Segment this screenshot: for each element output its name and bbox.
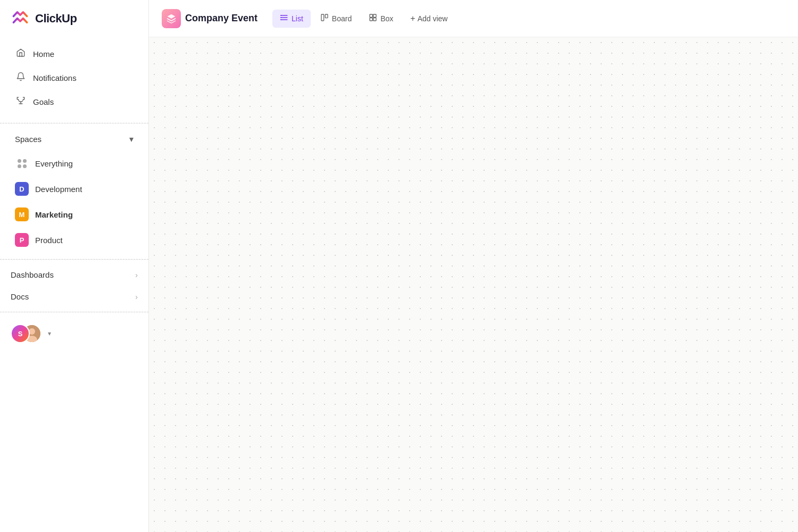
sidebar-item-marketing[interactable]: M Marketing: [4, 203, 144, 226]
box-icon: [369, 13, 377, 24]
tab-board[interactable]: Board: [313, 10, 359, 28]
notifications-label: Notifications: [33, 73, 77, 82]
main-content: Company Event List: [149, 0, 798, 532]
marketing-label: Marketing: [35, 210, 73, 219]
avatar-stack: S: [11, 324, 43, 343]
bottom-divider: [0, 312, 148, 312]
user-avatar-primary: S: [11, 324, 30, 343]
sidebar-item-docs[interactable]: Docs ›: [0, 287, 148, 306]
topbar: Company Event List: [149, 0, 798, 37]
sidebar-item-home[interactable]: Home: [4, 43, 144, 65]
everything-dots-icon: [15, 156, 29, 170]
svg-rect-16: [373, 18, 376, 20]
everything-label: Everything: [35, 159, 73, 168]
logo-area[interactable]: ClickUp: [0, 0, 148, 37]
home-label: Home: [33, 49, 54, 59]
spaces-divider: [0, 259, 148, 260]
sidebar-item-goals[interactable]: Goals: [4, 90, 144, 113]
development-avatar: D: [15, 182, 29, 196]
development-label: Development: [35, 185, 82, 194]
svg-rect-14: [373, 14, 376, 17]
marketing-avatar: M: [15, 207, 29, 221]
add-view-label: Add view: [418, 14, 448, 23]
view-tabs: List Board: [272, 10, 455, 28]
goals-label: Goals: [33, 97, 54, 106]
tab-list-label: List: [292, 14, 303, 23]
add-view-button[interactable]: + Add view: [403, 10, 455, 27]
clickup-logo-icon: [11, 9, 30, 28]
docs-label: Docs: [11, 292, 29, 301]
main-nav: Home Notifications Goals: [0, 37, 148, 119]
sidebar: ClickUp Home Notifications: [0, 0, 149, 532]
svg-rect-11: [321, 14, 324, 21]
user-chevron-icon: ▾: [48, 330, 51, 337]
spaces-label: Spaces: [15, 135, 41, 144]
board-icon: [320, 13, 329, 24]
tab-board-label: Board: [332, 14, 352, 23]
project-icon: [162, 9, 181, 28]
plus-icon: +: [410, 14, 415, 23]
project-title: Company Event: [185, 13, 257, 24]
svg-point-8: [280, 15, 281, 16]
sidebar-item-development[interactable]: D Development: [4, 177, 144, 201]
svg-rect-13: [370, 14, 372, 17]
sidebar-item-product[interactable]: P Product: [4, 228, 144, 252]
nav-divider: [0, 123, 148, 123]
svg-point-9: [280, 17, 281, 18]
spaces-section-header[interactable]: Spaces ▾: [4, 129, 144, 149]
bell-icon: [15, 72, 27, 84]
svg-point-10: [280, 19, 281, 20]
sidebar-item-notifications[interactable]: Notifications: [4, 66, 144, 89]
tab-box[interactable]: Box: [361, 10, 401, 28]
tab-list[interactable]: List: [272, 10, 311, 28]
list-icon: [280, 13, 288, 24]
product-avatar: P: [15, 233, 29, 247]
docs-chevron-icon: ›: [135, 293, 138, 301]
dashboards-label: Dashboards: [11, 270, 54, 279]
dashboards-chevron-icon: ›: [135, 271, 138, 279]
spaces-chevron-icon: ▾: [129, 134, 134, 144]
content-area: [149, 37, 798, 532]
product-label: Product: [35, 236, 63, 245]
sidebar-item-dashboards[interactable]: Dashboards ›: [0, 265, 148, 285]
home-icon: [15, 48, 27, 60]
user-area[interactable]: S ▾: [0, 317, 148, 351]
svg-rect-15: [370, 18, 372, 20]
sidebar-item-everything[interactable]: Everything: [4, 152, 144, 175]
svg-rect-12: [325, 14, 328, 18]
logo-text: ClickUp: [35, 12, 77, 26]
trophy-icon: [15, 96, 27, 108]
tab-box-label: Box: [380, 14, 393, 23]
